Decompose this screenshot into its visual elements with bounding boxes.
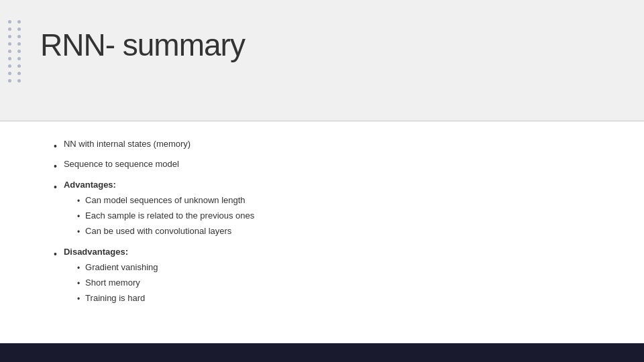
bullet-text-4: Disadvantages: (64, 247, 128, 257)
bullet-item-1: • NN with internal states (memory) (54, 137, 604, 154)
sub-bullet-dot-dis-2: • (77, 278, 80, 290)
sub-bullet-dis-1: • Gradient vanishing (77, 261, 158, 275)
header-area: RNN- summary (0, 0, 644, 121)
bullet-item-2: • Sequence to sequence model (54, 158, 604, 174)
sub-bullet-text-adv-3: Can be used with convolutional layers (85, 225, 231, 239)
sub-bullet-adv-3: • Can be used with convolutional layers (77, 225, 254, 239)
bullet-dot-3: • (54, 180, 57, 194)
bullet-text-1: NN with internal states (memory) (64, 137, 191, 152)
sub-bullet-text-dis-3: Training is hard (85, 292, 145, 306)
slide-title: RNN- summary (40, 27, 245, 63)
bullet-item-4: • Disadvantages: • Gradient vanishing • … (54, 245, 604, 308)
dot-decoration (8, 20, 23, 82)
sub-bullet-text-adv-1: Can model sequences of unknown length (85, 194, 246, 208)
sub-bullet-adv-1: • Can model sequences of unknown length (77, 194, 254, 208)
sub-bullet-adv-2: • Each sample is related to the previous… (77, 209, 254, 223)
bullet-dot-1: • (54, 139, 57, 154)
sub-bullet-text-dis-1: Gradient vanishing (85, 261, 158, 275)
bullet-text-3: Advantages: (64, 180, 116, 190)
slide: RNN- summary • NN with internal states (… (0, 0, 644, 362)
sub-bullet-dis-2: • Short memory (77, 276, 158, 290)
sub-bullet-text-adv-2: Each sample is related to the previous o… (85, 209, 254, 223)
bullet-item-3: • Advantages: • Can model sequences of u… (54, 178, 604, 241)
sub-bullet-dot-dis-3: • (77, 293, 80, 306)
bottom-bar (0, 343, 644, 362)
sub-bullet-dis-3: • Training is hard (77, 292, 158, 306)
bullet-dot-4: • (54, 247, 57, 261)
sub-bullet-dot-adv-3: • (77, 226, 80, 239)
bullet-text-2: Sequence to sequence model (64, 158, 179, 172)
sub-bullet-dot-dis-1: • (77, 262, 80, 275)
disadvantages-label: Disadvantages: (64, 247, 128, 257)
content-area: • NN with internal states (memory) • Seq… (0, 121, 644, 362)
bullet-dot-2: • (54, 159, 57, 174)
sub-bullet-dot-adv-1: • (77, 195, 80, 208)
advantages-sub-bullets: • Can model sequences of unknown length … (77, 194, 254, 239)
sub-bullet-dot-adv-2: • (77, 210, 80, 223)
sub-bullet-text-dis-2: Short memory (85, 276, 140, 290)
disadvantages-sub-bullets: • Gradient vanishing • Short memory • Tr… (77, 261, 158, 306)
advantages-label: Advantages: (64, 180, 116, 190)
